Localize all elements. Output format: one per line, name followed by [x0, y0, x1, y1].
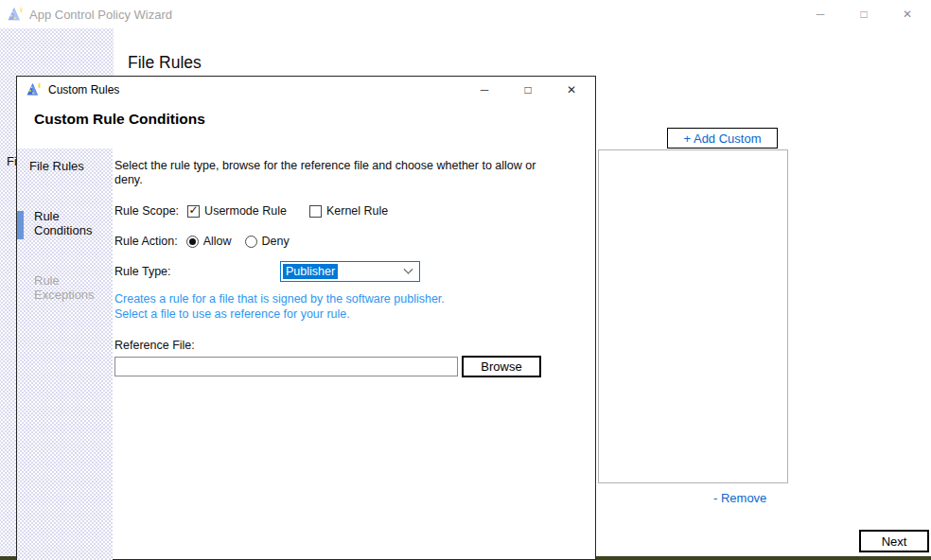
kernel-rule-checkbox[interactable]	[309, 205, 322, 218]
next-button[interactable]: Next	[859, 530, 929, 552]
rule-type-selected-value: Publisher	[283, 264, 338, 279]
allow-option[interactable]: Allow	[186, 235, 232, 248]
minimize-icon[interactable]: ─	[799, 0, 842, 28]
kernel-rule-option[interactable]: Kernel Rule	[309, 204, 388, 218]
rule-type-description: Creates a rule for a file that is signed…	[114, 291, 445, 322]
minimize-icon[interactable]: ─	[463, 77, 506, 103]
dialog-title: Custom Rules	[48, 83, 119, 96]
description-line-2: Select a file to use as reference for yo…	[114, 306, 445, 322]
wizard-hat-icon	[8, 7, 24, 23]
usermode-rule-label: Usermode Rule	[204, 204, 287, 218]
usermode-rule-option[interactable]: Usermode Rule	[187, 204, 287, 218]
dialog-heading: Custom Rule Conditions	[34, 111, 205, 128]
reference-file-label: Reference File:	[114, 339, 195, 352]
browse-button[interactable]: Browse	[462, 356, 541, 377]
close-icon[interactable]: ✕	[886, 0, 929, 28]
description-line-1: Creates a rule for a file that is signed…	[114, 291, 445, 306]
rule-type-combobox[interactable]: Publisher	[280, 261, 420, 282]
wizard-hat-icon	[26, 82, 42, 97]
custom-rules-dialog: Custom Rules ─ □ ✕ Custom Rule Condition…	[16, 76, 596, 560]
rule-scope-label: Rule Scope:	[114, 204, 179, 218]
add-custom-button[interactable]: + Add Custom	[667, 128, 778, 149]
kernel-rule-label: Kernel Rule	[326, 204, 388, 218]
deny-option[interactable]: Deny	[245, 235, 290, 248]
sidebar-item-file-rules[interactable]: File Rules	[29, 159, 84, 173]
main-titlebar: App Control Policy Wizard ─ □ ✕	[0, 0, 931, 28]
usermode-rule-checkbox[interactable]	[187, 205, 200, 218]
reference-file-input[interactable]	[114, 357, 458, 376]
chevron-down-icon	[404, 264, 413, 273]
main-window-title: App Control Policy Wizard	[29, 8, 172, 22]
sidebar-item-rule-exceptions[interactable]: Rule Exceptions	[34, 273, 108, 302]
page-title: File Rules	[128, 53, 202, 73]
intro-text: Select the rule type, browse for the ref…	[114, 159, 552, 187]
remove-link[interactable]: - Remove	[713, 491, 766, 505]
deny-label: Deny	[262, 235, 290, 248]
close-icon[interactable]: ✕	[550, 77, 593, 103]
rule-type-label: Rule Type:	[114, 265, 171, 278]
custom-rules-listbox[interactable]	[598, 149, 788, 483]
allow-label: Allow	[203, 235, 232, 248]
allow-radio[interactable]	[186, 236, 199, 248]
active-step-accent-bar	[17, 211, 24, 239]
dialog-sidebar: File Rules Rule Conditions Rule Exceptio…	[17, 149, 113, 560]
maximize-icon[interactable]: □	[842, 0, 886, 28]
rule-action-label: Rule Action:	[114, 235, 178, 248]
maximize-icon[interactable]: □	[506, 77, 550, 103]
deny-radio[interactable]	[245, 236, 257, 248]
sidebar-item-rule-conditions[interactable]: Rule Conditions	[34, 209, 102, 237]
dialog-titlebar[interactable]: Custom Rules ─ □ ✕	[17, 77, 595, 103]
